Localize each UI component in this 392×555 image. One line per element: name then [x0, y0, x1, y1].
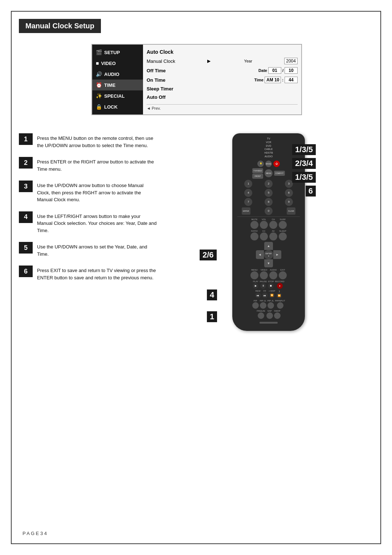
btn-5[interactable]: 5 [265, 189, 273, 197]
flash-btn[interactable]: FLASH [287, 207, 295, 215]
btn-3[interactable]: 3 [285, 180, 293, 188]
numpad: 1 2 3 4 5 6 7 8 9 [239, 180, 298, 206]
av-label: AV [272, 230, 275, 232]
tv-sidebar: 🎬 SETUP ■ VIDEO 🔊 AUDIO ⏰ TIME ✨ SPECIAL… [92, 45, 143, 114]
skip-btn[interactable]: ⏩ [269, 292, 275, 298]
menu-btn-main[interactable] [250, 271, 258, 279]
sidebar-item-video[interactable]: ■ VIDEO [92, 58, 143, 69]
step-number-2: 2 [19, 157, 33, 169]
stop-btn[interactable]: ⏹ [268, 283, 274, 289]
mute-btn[interactable] [250, 221, 258, 229]
transport-row: PLAY ▶ PAUSE ⏸ STOP ⏹ RECORD [235, 280, 302, 289]
step-3: 3 Use the UP/DOWN arrow button to choose… [19, 181, 157, 203]
sap-btn[interactable] [266, 312, 273, 319]
sidebar-item-special[interactable]: ✨ SPECIAL [92, 90, 143, 101]
btn-7[interactable]: 7 [244, 198, 252, 206]
btn-8[interactable]: 8 [265, 198, 273, 206]
menu-item-sleep-timer[interactable]: Sleep Timer [147, 85, 298, 93]
sidebar-item-setup[interactable]: 🎬 SETUP [92, 47, 143, 58]
dpad-left[interactable]: ◄ [256, 250, 264, 259]
date-value-01[interactable]: 01 [268, 67, 281, 74]
btn-0[interactable]: 0 [265, 207, 273, 215]
pip-jl-btn[interactable] [260, 302, 266, 309]
light-btn[interactable]: 💡 [257, 161, 264, 167]
play-btn[interactable]: ▶ [253, 283, 258, 289]
manual-clock-label: Manual Clock [147, 58, 175, 64]
ch-btn[interactable] [269, 221, 277, 229]
tv-menu-content: Auto Clock Manual Clock ▶ Year 2004 Off … [143, 45, 301, 114]
surf-btn[interactable] [279, 221, 287, 229]
record-btn[interactable]: ● [277, 283, 283, 289]
menu-item-manual-clock[interactable]: Manual Clock ▶ Year 2004 [147, 56, 298, 66]
mode-btn[interactable]: MODE [265, 161, 272, 167]
audio-icon: 🔊 [96, 71, 102, 77]
btn-9[interactable]: 9 [285, 198, 293, 206]
sidebar-item-audio[interactable]: 🔊 AUDIO [92, 69, 143, 80]
menu-label: MENU [251, 269, 258, 271]
step-1: 1 Press the MENU button on the remote co… [19, 133, 157, 149]
tv-video-btn[interactable]: TV/VIDEO [252, 168, 263, 173]
page-border: Manual Clock Setup 🎬 SETUP ■ VIDEO 🔊 AUD… [11, 11, 381, 544]
comp-btn[interactable]: COMP/YT [274, 171, 285, 176]
btn-6[interactable]: 6 [285, 189, 293, 197]
vol-label: VOL [262, 218, 266, 220]
sidebar-label-special: SPECIAL [104, 93, 124, 99]
step-text-2: Press ENTER or the RIGHT arrow button to… [37, 157, 157, 173]
menu-row: MENU VIDEO AUDIO EXIT [235, 269, 302, 279]
video-icon: ■ [96, 60, 99, 66]
sidebar-label-video: VIDEO [101, 61, 115, 66]
sidebar-item-time[interactable]: ⏰ TIME [92, 80, 143, 90]
dpad-right[interactable]: ► [273, 250, 281, 259]
dpad-up[interactable]: ▲ [264, 242, 273, 250]
lock-icon: 🔒 [96, 104, 102, 110]
badge-1-3-5-top: 1/3/5 [292, 144, 316, 155]
prev-label: ◄ Prev. [147, 106, 161, 110]
dpad: ▲ ▼ ◄ ► ENTER● [256, 242, 281, 267]
btn-4[interactable]: 4 [244, 189, 252, 197]
time-icon: ⏰ [96, 82, 102, 88]
fskip-btn[interactable]: ⏩ [276, 293, 282, 299]
sleep-btn[interactable] [279, 232, 287, 240]
date-value-10[interactable]: 10 [285, 67, 298, 74]
ratio-btn[interactable] [250, 232, 258, 240]
ff-btn[interactable]: ⏭ [262, 292, 268, 298]
off-time-label: Off Time [147, 68, 166, 73]
pip-btn[interactable] [252, 302, 259, 309]
pip-jr-btn[interactable] [268, 302, 274, 309]
sidebar-label-setup: SETUP [104, 50, 120, 55]
dpad-down[interactable]: ▼ [264, 259, 273, 267]
freeze-btn[interactable] [258, 312, 264, 319]
year-value[interactable]: 2004 [284, 58, 298, 64]
pause-btn[interactable]: ⏸ [260, 283, 266, 289]
btn-2[interactable]: 2 [265, 180, 273, 188]
divider-1 [237, 216, 300, 217]
enter-btn[interactable]: ENTER● [264, 250, 273, 259]
sleep-label: SLEEP [279, 230, 286, 232]
menu-item-off-time[interactable]: Off Time Date 01 / 10 [147, 66, 298, 75]
menu-item-auto-off[interactable]: Auto Off [147, 93, 298, 101]
vol-btn[interactable] [260, 221, 268, 229]
btn-1[interactable]: 1 [244, 180, 252, 188]
prev-row[interactable]: ◄ Prev. [147, 104, 298, 110]
step-number-5: 5 [19, 242, 33, 254]
time-value-44[interactable]: 44 [285, 77, 298, 83]
exit-btn[interactable] [279, 271, 287, 279]
front-btn[interactable]: FRONT [252, 174, 263, 179]
auto-clock-label: Auto Clock [147, 49, 173, 55]
enter-small-btn[interactable]: ENTER [242, 207, 250, 215]
rew-btn[interactable]: ⏮ [255, 292, 261, 298]
ch-label: CH [272, 218, 275, 220]
sleep-timer-label: Sleep Timer [147, 86, 173, 92]
power-btn[interactable]: ⏻ [273, 161, 280, 167]
swap-btn[interactable] [274, 312, 281, 319]
time-value-am10[interactable]: AM 10 [265, 77, 281, 83]
sidebar-item-lock[interactable]: 🔒 LOCK [92, 101, 143, 112]
audio-btn[interactable] [269, 271, 277, 279]
menu-btn[interactable]: MENU [265, 169, 273, 177]
menu-item-auto-clock[interactable]: Auto Clock [147, 48, 298, 56]
menu-item-on-time[interactable]: On Time Time AM 10 : 44 [147, 75, 298, 85]
video-btn[interactable] [260, 271, 268, 279]
cc-btn[interactable] [260, 232, 268, 240]
av-btn[interactable] [269, 232, 277, 240]
pip-input-btn[interactable] [277, 302, 283, 309]
